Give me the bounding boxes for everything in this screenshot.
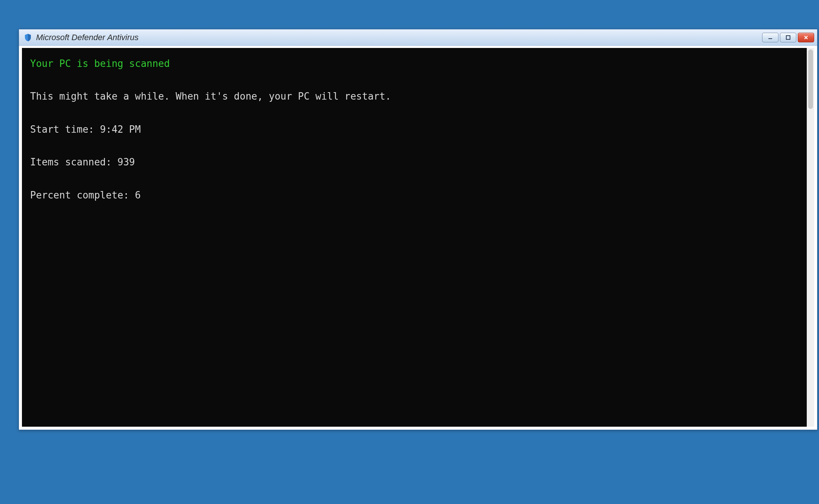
scrollbar[interactable] xyxy=(807,48,814,427)
shield-icon xyxy=(23,33,32,42)
close-button[interactable] xyxy=(798,33,814,42)
minimize-icon xyxy=(768,35,773,40)
console-output: Your PC is being scanned This might take… xyxy=(22,48,807,427)
start-time-label: Start time: xyxy=(30,124,94,135)
close-icon xyxy=(803,35,809,40)
console-wrap: Your PC is being scanned This might take… xyxy=(22,48,814,427)
maximize-icon xyxy=(786,35,791,40)
scan-message: This might take a while. When it's done,… xyxy=(30,91,391,102)
app-window: Microsoft Defender Antivirus You xyxy=(19,29,818,430)
percent-complete-label: Percent complete: xyxy=(30,190,129,201)
window-title: Microsoft Defender Antivirus xyxy=(36,33,762,42)
items-scanned-label: Items scanned: xyxy=(30,156,112,168)
titlebar[interactable]: Microsoft Defender Antivirus xyxy=(19,29,817,46)
maximize-button[interactable] xyxy=(780,33,796,42)
percent-complete-value: 6 xyxy=(135,190,141,201)
minimize-button[interactable] xyxy=(762,33,778,42)
scan-heading: Your PC is being scanned xyxy=(30,58,170,69)
window-controls xyxy=(762,33,814,42)
window-content: Your PC is being scanned This might take… xyxy=(19,46,817,430)
scrollbar-thumb[interactable] xyxy=(808,49,813,109)
items-scanned-value: 939 xyxy=(118,156,135,168)
start-time-value: 9:42 PM xyxy=(100,124,141,135)
svg-rect-1 xyxy=(786,36,790,39)
